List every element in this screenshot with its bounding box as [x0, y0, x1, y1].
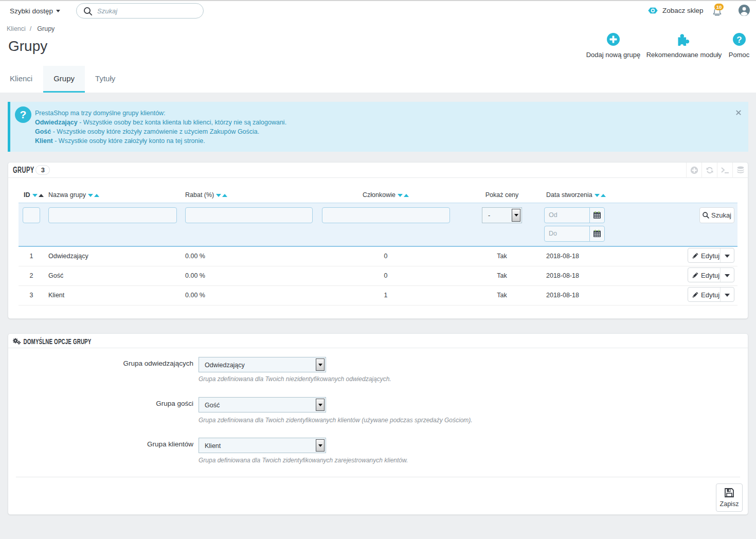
svg-text:?: ?: [736, 35, 742, 45]
